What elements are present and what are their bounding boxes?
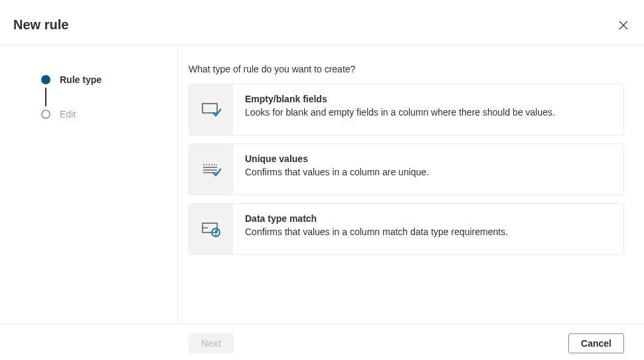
card-title: Unique values <box>245 153 429 164</box>
step-edit[interactable]: Edit <box>41 106 164 122</box>
svg-point-9 <box>215 234 216 235</box>
stepper-sidebar: Rule type Edit <box>0 45 178 323</box>
type-alert-icon <box>189 204 233 254</box>
option-unique-values[interactable]: Unique values Confirms that values in a … <box>189 143 624 195</box>
step-dot-inactive-icon <box>41 110 50 119</box>
close-button[interactable] <box>616 18 631 33</box>
close-icon <box>619 22 628 32</box>
option-empty-blank-fields[interactable]: Empty/blank fields Looks for blank and e… <box>189 84 624 135</box>
step-connector <box>45 88 46 106</box>
option-data-type-match[interactable]: Data type match Confirms that values in … <box>189 203 624 255</box>
card-body: Unique values Confirms that values in a … <box>233 144 441 195</box>
content-pane: What type of rule do you want to create?… <box>178 45 644 323</box>
next-button: Next <box>189 333 234 353</box>
step-label: Rule type <box>60 74 102 85</box>
card-body: Data type match Confirms that values in … <box>233 204 520 254</box>
question-text: What type of rule do you want to create? <box>189 64 624 74</box>
step-label: Edit <box>60 109 76 120</box>
card-description: Confirms that values in a column are uni… <box>245 167 429 177</box>
dialog-footer: Next Cancel <box>0 323 644 360</box>
card-description: Looks for blank and empty fields in a co… <box>245 107 555 118</box>
step-rule-type[interactable]: Rule type <box>41 72 164 88</box>
card-description: Confirms that values in a column match d… <box>245 226 508 237</box>
svg-rect-0 <box>202 104 217 113</box>
card-title: Empty/blank fields <box>245 94 555 104</box>
stepper: Rule type Edit <box>41 72 164 122</box>
page-title: New rule <box>13 17 68 33</box>
card-title: Data type match <box>245 213 508 224</box>
card-body: Empty/blank fields Looks for blank and e… <box>233 84 567 135</box>
dialog-header: New rule <box>0 0 644 45</box>
dialog-body: Rule type Edit What type of rule do you … <box>0 45 644 323</box>
field-check-icon <box>189 84 233 135</box>
step-dot-active-icon <box>41 75 50 84</box>
list-check-icon <box>189 144 233 195</box>
cancel-button[interactable]: Cancel <box>568 333 624 353</box>
